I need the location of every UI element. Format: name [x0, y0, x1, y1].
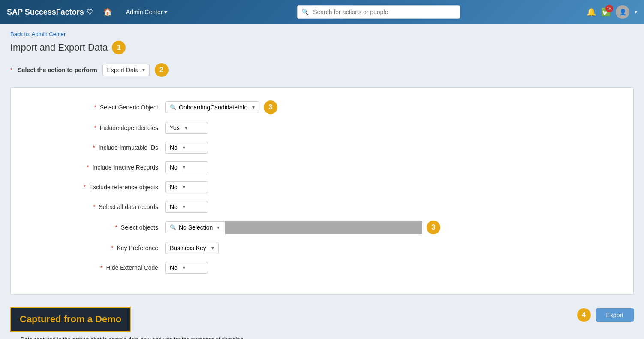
- exclude-reference-value: No: [170, 184, 178, 191]
- step3-badge-objects: 3: [427, 221, 440, 234]
- generic-object-value: OnboardingCandidateInfo: [179, 104, 247, 111]
- immutable-ids-arrow: ▾: [183, 145, 185, 151]
- label-generic-object: * Select Generic Object: [36, 104, 165, 111]
- label-dependencies: * Include dependencies: [36, 124, 165, 131]
- req-star: *: [94, 104, 96, 111]
- no-selection-value: No Selection: [179, 224, 213, 231]
- generic-search-icon: 🔍: [170, 104, 176, 110]
- footer-note-line1: Data captured in the screen-shot is samp…: [21, 335, 623, 339]
- admin-center-arrow: ▾: [164, 9, 167, 15]
- avatar[interactable]: 👤: [616, 5, 629, 19]
- key-preference-arrow: ▾: [211, 245, 214, 251]
- hide-external-code-control: No ▾: [165, 262, 208, 274]
- dependencies-control: Yes ▾: [165, 122, 208, 134]
- notifications-button[interactable]: 🔔: [587, 7, 596, 17]
- req-star: *: [93, 144, 95, 151]
- bottom-row: Captured from a Demo 4 Export: [10, 298, 634, 332]
- header-dropdown-arrow[interactable]: ▾: [635, 9, 637, 15]
- req-star: *: [100, 264, 102, 271]
- label-exclude-reference: * Exclude reference objects: [36, 184, 165, 191]
- exclude-reference-control: No ▾: [165, 181, 208, 193]
- breadcrumb[interactable]: Back to: Admin Center: [10, 31, 634, 37]
- heart-icon: ♡: [87, 8, 93, 16]
- all-data-records-control: No ▾: [165, 201, 208, 213]
- home-icon: 🏠: [103, 8, 112, 16]
- label-inactive-records: * Include Inactive Records: [36, 164, 165, 171]
- label-select-objects: * Select objects: [36, 224, 165, 231]
- req-star: *: [87, 164, 89, 171]
- form-row-generic-object: * Select Generic Object 🔍 OnboardingCand…: [36, 100, 616, 114]
- req-star: *: [111, 245, 113, 251]
- inactive-records-value: No: [170, 164, 178, 171]
- app-header: SAP SuccessFactors ♡ 🏠 Admin Center ▾ 🔍 …: [0, 0, 644, 24]
- label-hide-external-code: * Hide External Code: [36, 264, 165, 271]
- select-objects-control: 🔍 No Selection ▾ 3: [165, 221, 440, 234]
- form-row-key-preference: * Key Preference Business Key ▾: [36, 242, 616, 254]
- immutable-ids-value: No: [170, 144, 178, 151]
- select-objects-wrapper: 🔍 No Selection ▾: [165, 221, 422, 234]
- no-selection-dropdown[interactable]: 🔍 No Selection ▾: [165, 221, 225, 233]
- tasks-button[interactable]: ✅ 16: [601, 7, 611, 17]
- immutable-ids-dropdown[interactable]: No ▾: [165, 142, 208, 154]
- label-key-preference: * Key Preference: [36, 245, 165, 251]
- home-button[interactable]: 🏠: [99, 6, 116, 18]
- action-row: * Select the action to perform Export Da…: [10, 63, 634, 77]
- hide-external-code-dropdown[interactable]: No ▾: [165, 262, 208, 274]
- header-icons-area: 🔔 ✅ 16 👤 ▾: [587, 5, 637, 19]
- inactive-records-arrow: ▾: [183, 164, 185, 170]
- all-data-records-dropdown[interactable]: No ▾: [165, 201, 208, 213]
- step1-badge: 1: [112, 41, 126, 54]
- search-icon: 🔍: [301, 9, 309, 15]
- no-selection-arrow: ▾: [217, 224, 220, 230]
- required-star-action: *: [10, 67, 12, 73]
- inactive-records-dropdown[interactable]: No ▾: [165, 161, 208, 173]
- form-card: * Select Generic Object 🔍 OnboardingCand…: [10, 87, 634, 295]
- footer-banner: Captured from a Demo: [10, 307, 131, 332]
- label-all-data-records: * Select all data records: [36, 203, 165, 210]
- action-dropdown[interactable]: Export Data ▾: [102, 64, 150, 76]
- dependencies-dropdown[interactable]: Yes ▾: [165, 122, 208, 134]
- search-input[interactable]: [297, 5, 460, 19]
- footer-note: Data captured in the screen-shot is samp…: [10, 332, 634, 339]
- req-star: *: [115, 224, 117, 231]
- main-content: Back to: Admin Center Import and Export …: [0, 24, 644, 339]
- action-label: Select the action to perform: [18, 67, 97, 73]
- form-row-all-data-records: * Select all data records No ▾: [36, 201, 616, 213]
- action-dropdown-value: Export Data: [107, 67, 139, 73]
- hide-external-code-value: No: [170, 264, 178, 271]
- key-preference-control: Business Key ▾: [165, 242, 219, 254]
- key-preference-dropdown[interactable]: Business Key ▾: [165, 242, 219, 254]
- generic-object-arrow: ▾: [252, 104, 255, 110]
- dependencies-value: Yes: [170, 124, 180, 131]
- form-row-immutable-ids: * Include Immutable IDs No ▾: [36, 142, 616, 154]
- page-title: Import and Export Data: [10, 42, 108, 53]
- form-row-hide-external-code: * Hide External Code No ▾: [36, 262, 616, 274]
- search-wrapper: 🔍: [297, 5, 460, 19]
- export-area: 4 Export: [577, 308, 634, 322]
- step4-badge: 4: [577, 308, 591, 322]
- objects-text-bar: [225, 221, 422, 234]
- step3-badge-generic: 3: [264, 100, 277, 114]
- bell-icon: 🔔: [587, 8, 596, 16]
- notification-badge: 16: [605, 5, 613, 12]
- admin-center-button[interactable]: Admin Center ▾: [123, 7, 171, 17]
- exclude-reference-dropdown[interactable]: No ▾: [165, 181, 208, 193]
- hide-external-code-arrow: ▾: [183, 265, 185, 271]
- brand-name: SAP SuccessFactors: [7, 8, 84, 17]
- exclude-reference-arrow: ▾: [183, 184, 185, 190]
- all-data-records-arrow: ▾: [183, 204, 185, 210]
- form-row-select-objects: * Select objects 🔍 No Selection ▾ 3: [36, 221, 616, 234]
- req-star: *: [94, 124, 96, 131]
- no-selection-search-icon: 🔍: [170, 224, 176, 230]
- label-immutable-ids: * Include Immutable IDs: [36, 144, 165, 151]
- generic-object-dropdown[interactable]: 🔍 OnboardingCandidateInfo ▾: [165, 101, 259, 113]
- step2-badge: 2: [155, 63, 169, 77]
- header-search-area: 🔍: [178, 5, 580, 19]
- key-preference-value: Business Key: [170, 245, 206, 251]
- req-star: *: [84, 184, 86, 191]
- action-dropdown-arrow: ▾: [142, 67, 145, 73]
- req-star: *: [93, 203, 95, 210]
- export-button[interactable]: Export: [596, 308, 634, 322]
- immutable-ids-control: No ▾: [165, 142, 208, 154]
- form-row-inactive-records: * Include Inactive Records No ▾: [36, 161, 616, 173]
